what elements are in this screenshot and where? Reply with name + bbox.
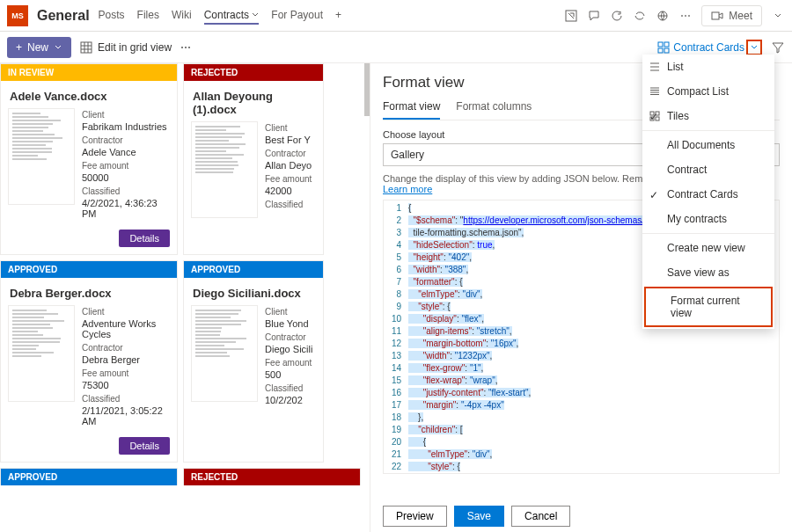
dd-view-contract-cards[interactable]: ✓Contract Cards	[642, 182, 774, 207]
card-status: APPROVED	[1, 469, 177, 485]
svg-rect-10	[650, 117, 654, 120]
view-dropdown: ListCompact List✓TilesAll DocumentsContr…	[642, 55, 774, 329]
card-status: IN REVIEW	[1, 64, 177, 81]
contract-card[interactable]: REJECTED	[183, 468, 361, 485]
sync-icon[interactable]	[633, 9, 647, 23]
tab-contracts[interactable]: Contracts	[204, 7, 260, 25]
dd-view-my-contracts[interactable]: My contracts	[642, 207, 774, 231]
card-title: Adele Vance.docx	[1, 81, 177, 108]
globe-icon[interactable]	[656, 9, 670, 23]
card-status: APPROVED	[1, 261, 177, 278]
contract-card[interactable]: REJECTEDAllan Deyoung (1).docxClientBest…	[183, 63, 324, 255]
contract-card[interactable]: APPROVEDDebra Berger.docxClientAdventure…	[0, 260, 178, 463]
details-button[interactable]: Details	[119, 437, 170, 455]
contract-card[interactable]: APPROVEDDiego Siciliani.docxClientBlue Y…	[183, 260, 324, 463]
add-tab[interactable]: +	[335, 7, 341, 25]
view-chevron[interactable]	[746, 40, 762, 55]
cancel-button[interactable]: Cancel	[511, 506, 570, 527]
channel-tabs: Posts Files Wiki Contracts For Payout +	[99, 7, 341, 25]
refresh-icon[interactable]	[610, 9, 624, 23]
dd-action-save-view-as[interactable]: Save view as	[642, 260, 774, 285]
new-button[interactable]: +New	[7, 37, 71, 58]
svg-rect-8	[650, 112, 654, 115]
top-bar: MS General Posts Files Wiki Contracts Fo…	[0, 0, 792, 32]
dd-tiles[interactable]: ✓Tiles	[642, 104, 774, 128]
more-icon[interactable]: ⋯	[180, 41, 191, 54]
tab-posts[interactable]: Posts	[99, 7, 125, 25]
save-button[interactable]: Save	[454, 506, 504, 527]
svg-rect-7	[664, 48, 669, 53]
svg-rect-9	[656, 112, 659, 115]
dd-view-contract[interactable]: Contract	[642, 157, 774, 182]
learn-more-link[interactable]: Learn more	[383, 184, 432, 194]
cards-pane: IN REVIEWAdele Vance.docxClientFabrikam …	[0, 63, 370, 532]
tab-wiki[interactable]: Wiki	[172, 7, 192, 25]
svg-rect-2	[712, 12, 719, 19]
preview-button[interactable]: Preview	[383, 506, 447, 527]
contract-card[interactable]: IN REVIEWAdele Vance.docxClientFabrikam …	[0, 63, 178, 255]
card-title: Debra Berger.docx	[1, 278, 177, 305]
filter-icon[interactable]	[771, 40, 785, 55]
tiles-icon	[657, 41, 670, 54]
svg-rect-3	[81, 42, 92, 53]
svg-rect-11	[656, 117, 659, 120]
dd-action-create-new-view[interactable]: Create new view	[642, 236, 774, 260]
card-meta: ClientFabrikam IndustriesContractorAdele…	[82, 108, 170, 219]
dd-view-all-documents[interactable]: All Documents	[642, 133, 774, 157]
tab-files[interactable]: Files	[137, 7, 159, 25]
chat-icon[interactable]	[587, 9, 601, 23]
meet-button[interactable]: Meet	[701, 5, 762, 26]
tab-format-view[interactable]: Format view	[383, 100, 440, 120]
tab-format-columns[interactable]: Format columns	[456, 100, 532, 120]
camera-icon	[711, 10, 723, 22]
card-title: Diego Siciliani.docx	[184, 278, 323, 305]
more-icon[interactable]: ⋯	[678, 9, 693, 23]
svg-rect-4	[658, 42, 663, 47]
contract-card[interactable]: APPROVED	[0, 468, 178, 485]
doc-preview	[191, 305, 258, 402]
card-meta: ClientAdventure Works CyclesContractorDe…	[82, 305, 170, 426]
dd-compact-list[interactable]: Compact List	[642, 79, 774, 104]
edit-grid-button[interactable]: Edit in grid view	[80, 41, 172, 54]
chevron-down-icon[interactable]	[771, 9, 785, 23]
card-meta: ClientBlue YondContractorDiego SiciliFee…	[265, 305, 316, 405]
svg-rect-6	[658, 48, 663, 53]
card-status: REJECTED	[184, 64, 323, 81]
grid-icon	[80, 41, 92, 54]
dd-list[interactable]: List	[642, 55, 774, 79]
svg-rect-5	[664, 42, 669, 47]
doc-preview	[8, 108, 75, 205]
app-brand: MS	[7, 5, 28, 26]
channel-name: General	[37, 8, 90, 24]
dd-action-format-current-view[interactable]: Format current view	[644, 287, 773, 327]
details-button[interactable]: Details	[119, 230, 170, 247]
card-meta: ClientBest For YContractorAllan DeyoFee …	[265, 121, 316, 218]
card-status: APPROVED	[184, 261, 323, 278]
expand-icon[interactable]	[564, 9, 578, 23]
card-status: REJECTED	[184, 469, 360, 485]
tab-for-payout[interactable]: For Payout	[271, 7, 323, 25]
card-title: Allan Deyoung (1).docx	[184, 81, 323, 121]
doc-preview	[191, 121, 258, 218]
view-selector[interactable]: Contract Cards	[673, 41, 744, 54]
doc-preview	[8, 305, 75, 402]
